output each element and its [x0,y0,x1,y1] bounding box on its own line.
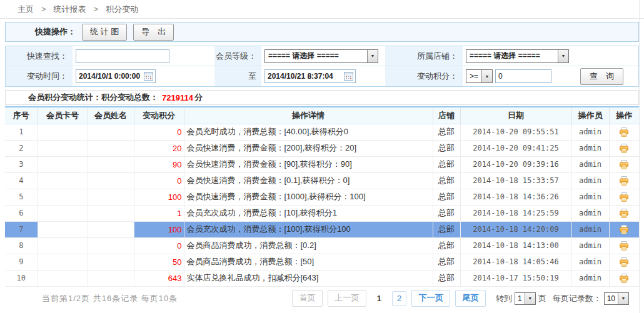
goto-page-select[interactable]: 1 ▼ [515,292,536,305]
cell-op: admin [571,254,609,270]
calendar-icon[interactable] [144,72,153,81]
cell-date: 2014-10-18 14:05:46 [460,254,571,270]
table-row[interactable]: 40会员快速消费，消费金额：[0.1],获得积分：0]总部2014-10-18 … [5,172,639,189]
printer-icon[interactable] [619,176,629,186]
cell-op: admin [571,189,609,205]
export-button[interactable]: 导 出 [133,24,174,41]
cell-date: 2014-10-18 14:13:00 [460,237,571,254]
points-value-input[interactable] [495,69,551,83]
table-row[interactable]: 7100会员充次成功，消费总额：[100],获得积分100总部2014-10-1… [5,221,639,237]
printer-icon[interactable] [619,209,629,218]
cell-detail: 实体店兑换礼品成功，扣减积分[643] [184,270,433,286]
cell-card [38,221,88,237]
cell-no: 5 [5,189,38,205]
cell-no: 2 [5,140,38,156]
quick-actions-label: 快捷操作： [6,26,76,37]
cell-date: 2014-10-17 15:50:19 [460,270,571,286]
cell-op: admin [571,221,609,237]
points-operator-select[interactable]: >= ▼ [466,69,493,83]
breadcrumb-separator: > [94,4,99,14]
chevron-down-icon: ▼ [618,293,628,304]
cell-name [88,172,134,189]
goto-label: 转到 [496,293,512,304]
last-page-button[interactable]: 尾页 [455,290,486,307]
store-select[interactable]: ===== 请选择 ===== ▼ [466,49,569,63]
breadcrumb-item[interactable]: 主页 [18,4,34,15]
summary-label: 会员积分变动统计：积分变动总数： [28,92,158,103]
cell-print [609,189,639,205]
breadcrumb: 主页>统计报表>积分变动 [0,0,644,19]
breadcrumb-item[interactable]: 统计报表 [54,4,86,15]
cell-detail: 会员商品消费成功，消费总额：[50] [184,254,433,270]
printer-icon[interactable] [619,127,629,137]
table-row[interactable]: 950会员商品消费成功，消费总额：[50]总部2014-10-18 14:05:… [5,254,639,270]
next-page-button[interactable]: 下一页 [411,290,450,307]
date-from-input[interactable]: 2014/10/1 0:00:00 [76,69,156,83]
chart-button[interactable]: 统 计 图 [82,24,127,41]
cell-date: 2014-10-20 09:39:16 [460,156,571,172]
printer-icon[interactable] [619,144,629,153]
cell-name [88,140,134,156]
table-row[interactable]: 390会员快速消费，消费金额：[90],获得积分：90]总部2014-10-20… [5,156,639,172]
cell-op: admin [571,205,609,221]
table-row[interactable]: 220会员快速消费，消费金额：[200],获得积分：20]总部2014-10-2… [5,140,639,156]
cell-detail: 会员充次成功，消费总额：[10],获得积分1 [184,205,433,221]
cell-store: 总部 [433,270,460,286]
cell-detail: 会员快速消费，消费金额：[1000],获得积分：100] [184,189,433,205]
table-row[interactable]: 10643实体店兑换礼品成功，扣减积分[643]总部2014-10-17 15:… [5,270,639,286]
points-change-table: 序号会员卡号会员姓名变动积分操作详情店铺日期操作员操作 10会员充时成功，消费总… [5,106,639,287]
cell-print [609,254,639,270]
cell-op: admin [571,237,609,254]
cell-print [609,237,639,254]
cell-points: 0 [134,172,184,189]
member-level-label: 会员等级： [214,46,261,66]
page-right-divider [639,0,640,313]
cell-points: 0 [134,237,184,254]
chevron-down-icon: ▼ [367,50,378,62]
date-to-input[interactable]: 2014/10/21 8:37:04 [264,69,356,83]
cell-no: 6 [5,205,38,221]
goto-suffix: 页 [538,293,546,304]
breadcrumb-item: 积分变动 [106,4,138,15]
column-header: 会员卡号 [38,107,88,124]
printer-icon[interactable] [619,241,629,251]
cell-card [38,172,88,189]
table-body: 10会员充时成功，消费总额：[40.00],获得积分0总部2014-10-20 … [5,124,639,286]
page-number-link[interactable]: 2 [392,291,406,306]
table-row[interactable]: 5100会员快速消费，消费金额：[1000],获得积分：100]总部2014-1… [5,189,639,205]
member-level-select[interactable]: ===== 请选择 ===== ▼ [264,49,378,63]
page-info: 当前第1/2页 共16条记录 每页10条 [42,293,178,304]
cell-store: 总部 [433,124,460,140]
cell-store: 总部 [433,156,460,172]
cell-detail: 会员商品消费成功，消费总额：[0.2] [184,237,433,254]
printer-icon[interactable] [619,160,629,169]
table-row[interactable]: 80会员商品消费成功，消费总额：[0.2]总部2014-10-18 14:13:… [5,237,639,254]
printer-icon[interactable] [619,257,629,267]
printer-icon[interactable] [619,225,629,234]
cell-date: 2014-10-18 14:25:59 [460,205,571,221]
cell-detail: 会员快速消费，消费金额：[90],获得积分：90] [184,156,433,172]
cell-name [88,221,134,237]
table-row[interactable]: 10会员充时成功，消费总额：[40.00],获得积分0总部2014-10-20 … [5,124,639,140]
column-header: 会员姓名 [88,107,134,124]
printer-icon[interactable] [619,192,629,202]
prev-page-button[interactable]: 上一页 [328,290,366,307]
first-page-button[interactable]: 首页 [292,290,323,307]
cell-store: 总部 [433,237,460,254]
table-row[interactable]: 61会员充次成功，消费总额：[10],获得积分1总部2014-10-18 14:… [5,205,639,221]
cell-detail: 会员充次成功，消费总额：[100],获得积分100 [184,221,433,237]
quick-search-input[interactable] [76,49,169,63]
cell-points: 100 [134,189,184,205]
cell-name [88,205,134,221]
cell-card [38,124,88,140]
cell-card [38,205,88,221]
page-size-select[interactable]: 10 ▼ [604,292,629,305]
calendar-icon[interactable] [344,72,353,81]
printer-icon[interactable] [619,274,629,283]
filter-panel: 快速查找： 会员等级： ===== 请选择 ===== ▼ 所属店铺： ====… [5,46,639,87]
cell-store: 总部 [433,254,460,270]
search-button[interactable]: 查 询 [580,68,623,85]
cell-points: 100 [134,221,184,237]
cell-detail: 会员快速消费，消费金额：[0.1],获得积分：0] [184,172,433,189]
summary-total: 7219114 [162,93,193,102]
